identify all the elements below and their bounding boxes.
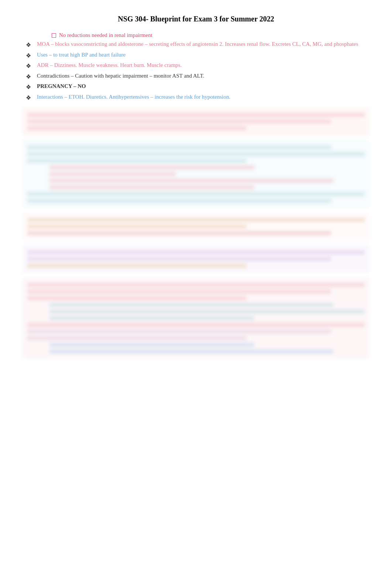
- list-item-contradictions: ❖ Contradictions – Caution with hepatic …: [26, 72, 370, 80]
- list-item-pregnancy: ❖ PREGNANCY – NO: [26, 82, 370, 91]
- box-icon: [52, 33, 56, 38]
- diamond-icon-pregnancy: ❖: [26, 83, 31, 92]
- list-item-moa: ❖ MOA – blocks vasoconstricting and aldo…: [26, 40, 370, 48]
- renal-note-text: No reductions needed in renal impairment: [59, 32, 152, 38]
- interactions-text: Interactions – ETOH. Diuretics. Antihype…: [37, 94, 230, 100]
- bullet-list: ❖ MOA – blocks vasoconstricting and aldo…: [22, 40, 370, 101]
- diamond-icon-uses: ❖: [26, 51, 31, 60]
- list-item-adr: ❖ ADR – Dizziness. Muscle weakness. Hear…: [26, 61, 370, 69]
- diamond-icon-moa: ❖: [26, 41, 31, 50]
- diamond-icon-contradictions: ❖: [26, 72, 31, 81]
- blurred-block-1: [22, 108, 370, 136]
- blurred-content: [22, 108, 370, 359]
- list-item-interactions: ❖ Interactions – ETOH. Diuretics. Antihy…: [26, 93, 370, 101]
- page-title: NSG 304- Blueprint for Exam 3 for Summer…: [22, 15, 370, 23]
- pregnancy-text: PREGNANCY – NO: [37, 83, 86, 89]
- visible-section: No reductions needed in renal impairment…: [22, 32, 370, 101]
- blurred-block-5: [22, 278, 370, 359]
- diamond-icon-interactions: ❖: [26, 93, 31, 102]
- renal-note: No reductions needed in renal impairment: [22, 32, 370, 38]
- blurred-block-3: [22, 212, 370, 241]
- uses-text: Uses – to treat high BP and heart failur…: [37, 52, 125, 58]
- blurred-block-4: [22, 245, 370, 273]
- adr-text: ADR – Dizziness. Muscle weakness. Heart …: [37, 62, 182, 68]
- list-item-uses: ❖ Uses – to treat high BP and heart fail…: [26, 51, 370, 59]
- moa-text: MOA – blocks vasoconstricting and aldost…: [37, 41, 358, 47]
- blurred-block-2: [22, 140, 370, 208]
- diamond-icon-adr: ❖: [26, 62, 31, 71]
- contradictions-text: Contradictions – Caution with hepatic im…: [37, 73, 204, 79]
